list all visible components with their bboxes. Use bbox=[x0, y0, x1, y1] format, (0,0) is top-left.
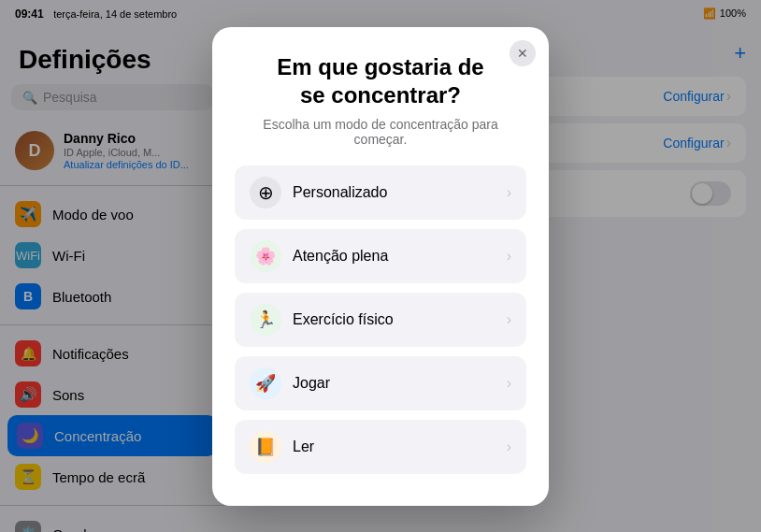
option-label-atencao-plena: Atenção plena bbox=[293, 248, 388, 265]
modal-overlay[interactable]: ✕ Em que gostaria dese concentrar? Escol… bbox=[0, 0, 761, 532]
modal-option-jogar[interactable]: 🚀 Jogar › bbox=[235, 356, 526, 410]
modal-option-atencao-plena[interactable]: 🌸 Atenção plena › bbox=[235, 229, 526, 283]
option-label-exercicio: Exercício físico bbox=[293, 311, 394, 328]
modal-title: Em que gostaria dese concentrar? bbox=[235, 53, 526, 109]
modal-option-left-jogar: 🚀 Jogar bbox=[250, 367, 330, 399]
modal-option-left-personalizado: ⊕ Personalizado bbox=[250, 177, 387, 208]
exercicio-icon: 🏃 bbox=[250, 304, 281, 336]
option-chevron-ler: › bbox=[507, 439, 511, 455]
modal-option-personalizado[interactable]: ⊕ Personalizado › bbox=[235, 165, 526, 220]
modal-option-left-ler: 📙 Ler bbox=[250, 431, 314, 463]
option-label-ler: Ler bbox=[293, 439, 314, 455]
option-label-personalizado: Personalizado bbox=[293, 184, 387, 201]
modal-option-exercicio[interactable]: 🏃 Exercício físico › bbox=[235, 293, 526, 347]
modal-dialog: ✕ Em que gostaria dese concentrar? Escol… bbox=[212, 27, 549, 506]
modal-option-ler[interactable]: 📙 Ler › bbox=[235, 420, 526, 474]
option-chevron-atencao: › bbox=[507, 248, 511, 265]
modal-close-button[interactable]: ✕ bbox=[510, 40, 536, 66]
option-label-jogar: Jogar bbox=[293, 375, 330, 392]
modal-subtitle: Escolha um modo de concentração para com… bbox=[235, 117, 526, 147]
option-chevron-personalizado: › bbox=[507, 184, 511, 201]
ler-icon: 📙 bbox=[250, 431, 281, 463]
atencao-plena-icon: 🌸 bbox=[250, 240, 281, 272]
jogar-icon: 🚀 bbox=[250, 367, 281, 399]
modal-option-left-atencao: 🌸 Atenção plena bbox=[250, 240, 388, 272]
option-chevron-jogar: › bbox=[507, 375, 511, 392]
personalizado-icon: ⊕ bbox=[250, 177, 281, 208]
option-chevron-exercicio: › bbox=[507, 311, 511, 328]
modal-option-left-exercicio: 🏃 Exercício físico bbox=[250, 304, 394, 336]
